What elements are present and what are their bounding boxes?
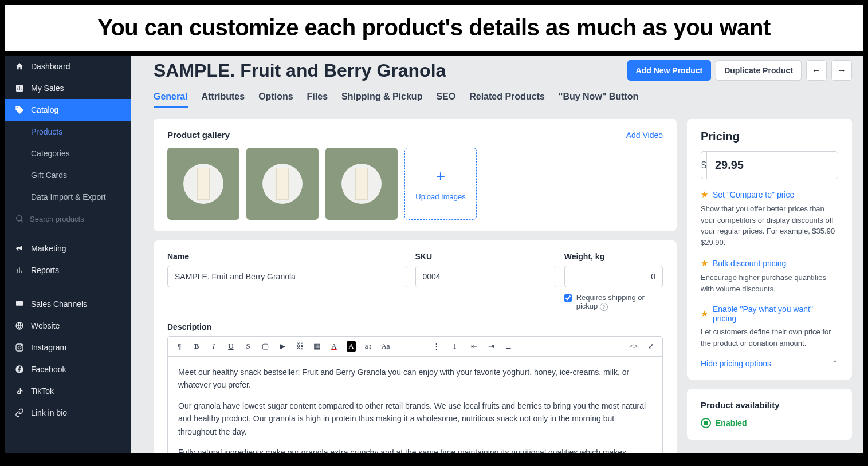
sidebar-item-website[interactable]: Website — [5, 315, 131, 337]
sales-icon — [15, 84, 24, 93]
clearformat-icon[interactable]: a↕ — [364, 342, 373, 351]
underline-icon[interactable]: U — [226, 342, 235, 351]
gallery-thumb-1[interactable] — [167, 148, 239, 220]
app-container: Dashboard My Sales Catalog Products Cate… — [0, 56, 868, 458]
plus-icon: + — [436, 167, 445, 185]
sidebar-item-reports[interactable]: Reports — [5, 259, 131, 281]
content-right: Pricing $ ★ Set "Compare to" price Show … — [687, 119, 852, 453]
ol-icon[interactable]: 1≡ — [452, 342, 461, 351]
tab-buynow[interactable]: "Buy Now" Button — [559, 92, 639, 108]
fullscreen-icon[interactable]: ⤢ — [646, 342, 655, 351]
sidebar-item-facebook[interactable]: Facebook — [5, 358, 131, 380]
gallery-thumb-3[interactable] — [325, 148, 398, 220]
pay-what-link[interactable]: Enable "Pay what you want" pricing — [713, 305, 838, 323]
star-icon: ★ — [701, 189, 708, 200]
details-card: Name SKU Weight, kg Require — [154, 240, 677, 453]
name-input[interactable] — [167, 266, 407, 287]
search-icon — [15, 214, 24, 223]
hide-pricing-toggle[interactable]: Hide pricing options ⌃ — [701, 359, 838, 368]
sku-input[interactable] — [415, 266, 556, 287]
content-row: Product gallery Add Video + Upload Image… — [154, 119, 852, 453]
add-video-link[interactable]: Add Video — [626, 131, 663, 140]
star-icon: ★ — [701, 309, 708, 319]
bulk-discount-link[interactable]: Bulk discount pricing — [713, 259, 786, 268]
description-editor[interactable]: Meet our healthy snack bestseller: Fruit… — [167, 356, 663, 453]
desc-p3: Fully natural ingredients make our grano… — [178, 446, 652, 453]
search-placeholder: Search products — [30, 215, 84, 223]
next-button[interactable]: → — [831, 60, 852, 81]
sidebar-sub-dataimport[interactable]: Data Import & Export — [5, 186, 131, 208]
arrow-left-icon: ← — [812, 65, 821, 76]
facebook-icon — [15, 365, 24, 374]
sidebar-item-label: Sales Channels — [31, 299, 87, 309]
main-content: SAMPLE. Fruit and Berry Granola Add New … — [131, 56, 863, 453]
sidebar-item-tiktok[interactable]: TikTok — [5, 380, 131, 402]
strike-icon[interactable]: S — [243, 342, 253, 351]
fontsize-icon[interactable]: Aa — [381, 342, 390, 351]
outdent-icon[interactable]: ⇤ — [469, 342, 478, 351]
editor-toolbar: ¶ B I U S ▢ ▶ ⛓ ▦ A A a↕ Aa — [167, 336, 663, 356]
tab-general[interactable]: General — [154, 92, 188, 108]
toggle-on-icon — [701, 418, 711, 428]
tab-shipping[interactable]: Shipping & Pickup — [341, 92, 422, 108]
header-actions: Add New Product Duplicate Product ← → — [627, 60, 852, 81]
gallery-row: + Upload Images — [167, 148, 663, 220]
link-tool-icon[interactable]: ⛓ — [295, 342, 304, 351]
sidebar-item-label: My Sales — [31, 84, 64, 93]
sidebar-item-saleschannels[interactable]: Sales Channels — [5, 293, 131, 315]
video-icon[interactable]: ▶ — [278, 342, 287, 351]
prev-button[interactable]: ← — [806, 60, 827, 81]
channels-icon — [15, 299, 24, 309]
price-input[interactable] — [707, 152, 838, 179]
sidebar-item-label: Catalog — [31, 105, 58, 114]
hr-icon[interactable]: — — [415, 342, 425, 351]
ul-icon[interactable]: ⋮≡ — [433, 342, 444, 351]
add-product-button[interactable]: Add New Product — [627, 60, 712, 81]
duplicate-product-button[interactable]: Duplicate Product — [716, 60, 802, 81]
sidebar-item-mysales[interactable]: My Sales — [5, 77, 131, 99]
sidebar-item-label: Dashboard — [31, 62, 70, 71]
justify-icon[interactable]: ≣ — [504, 342, 513, 351]
pricing-card: Pricing $ ★ Set "Compare to" price Show … — [687, 119, 852, 380]
megaphone-icon — [15, 244, 24, 253]
tab-options[interactable]: Options — [258, 92, 293, 108]
tab-related[interactable]: Related Products — [469, 92, 545, 108]
image-icon[interactable]: ▢ — [261, 342, 270, 351]
sidebar-item-dashboard[interactable]: Dashboard — [5, 56, 131, 77]
weight-input[interactable] — [564, 266, 663, 287]
tab-attributes[interactable]: Attributes — [202, 92, 245, 108]
star-icon: ★ — [701, 258, 708, 268]
divider — [15, 287, 26, 287]
arrow-right-icon: → — [837, 65, 846, 76]
gallery-thumb-2[interactable] — [246, 148, 319, 220]
table-icon[interactable]: ▦ — [312, 342, 321, 351]
sidebar-item-linkinbio[interactable]: Link in bio — [5, 402, 131, 424]
sidebar-sub-products[interactable]: Products — [5, 121, 131, 143]
sidebar-sub-giftcards[interactable]: Gift Cards — [5, 164, 131, 186]
sidebar-item-label: Website — [31, 321, 60, 330]
indent-icon[interactable]: ⇥ — [486, 342, 496, 351]
help-icon[interactable]: ? — [600, 303, 608, 311]
tag-icon — [15, 105, 24, 114]
svg-point-4 — [18, 346, 21, 349]
align-icon[interactable]: ≡ — [398, 342, 407, 351]
paragraph-icon[interactable]: ¶ — [175, 342, 184, 351]
code-icon[interactable]: <> — [629, 342, 638, 351]
sidebar-item-catalog[interactable]: Catalog — [5, 99, 131, 121]
shipping-checkbox[interactable] — [564, 294, 572, 302]
bgcolor-icon[interactable]: A — [347, 341, 356, 352]
compare-price-link[interactable]: Set "Compare to" price — [713, 190, 794, 199]
tab-files[interactable]: Files — [307, 92, 328, 108]
sidebar-sub-categories[interactable]: Categories — [5, 143, 131, 164]
bold-icon[interactable]: B — [192, 342, 201, 351]
sidebar-search[interactable]: Search products — [5, 208, 131, 230]
italic-icon[interactable]: I — [209, 342, 218, 351]
textcolor-icon[interactable]: A — [329, 342, 339, 351]
sidebar-item-instagram[interactable]: Instagram — [5, 337, 131, 358]
desc-p1: Meet our healthy snack bestseller: Fruit… — [178, 366, 652, 392]
upload-images-button[interactable]: + Upload Images — [404, 148, 477, 220]
sidebar-item-marketing[interactable]: Marketing — [5, 238, 131, 259]
sidebar-item-label: Facebook — [31, 365, 66, 374]
tab-seo[interactable]: SEO — [436, 92, 455, 108]
availability-toggle[interactable]: Enabled — [701, 418, 838, 428]
